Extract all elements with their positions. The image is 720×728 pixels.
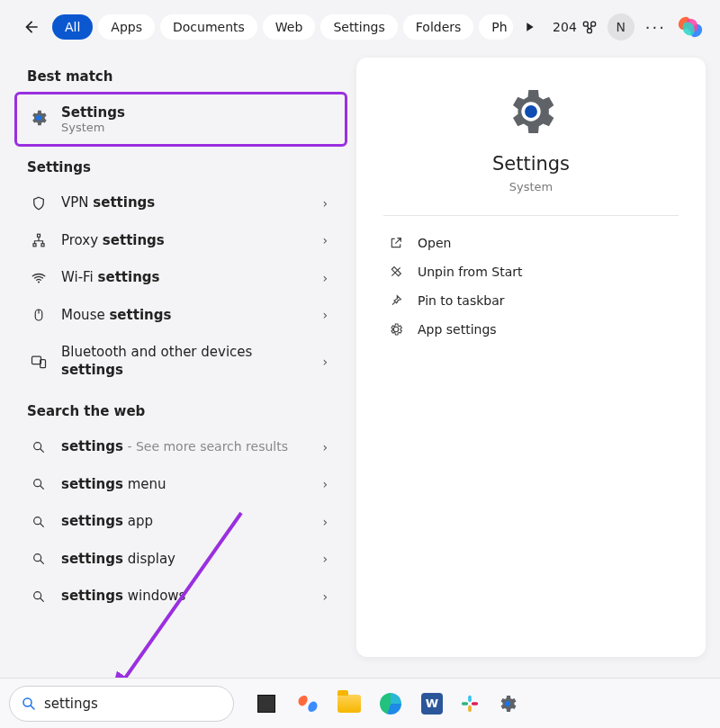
more-options-button[interactable]: ··· — [644, 18, 668, 37]
section-header-web: Search the web — [27, 403, 346, 419]
points-value: 204 — [553, 20, 577, 34]
slack-icon — [460, 694, 480, 714]
taskview-icon — [257, 695, 275, 713]
chevron-right-icon: › — [322, 271, 333, 285]
top-right-controls: 204 N ··· — [553, 13, 704, 40]
folder-icon — [338, 695, 361, 713]
section-header-best-match: Best match — [27, 68, 346, 85]
svg-point-3 — [36, 115, 41, 121]
settings-result-vpn[interactable]: VPN settings › — [16, 184, 346, 222]
result-label: settings menu — [61, 476, 310, 494]
filter-tab-all[interactable]: All — [52, 14, 93, 40]
chevron-right-icon: › — [322, 308, 333, 322]
web-result[interactable]: settings windows › — [16, 578, 346, 616]
svg-point-25 — [23, 698, 32, 706]
taskbar-copilot[interactable] — [293, 689, 322, 718]
filter-tab-photos[interactable]: Ph — [479, 14, 512, 40]
search-icon — [29, 552, 49, 566]
wifi-icon — [29, 270, 49, 286]
gear-icon — [502, 83, 560, 140]
open-icon — [387, 236, 405, 250]
preview-subtitle: System — [509, 180, 553, 193]
result-label: settings windows — [61, 588, 310, 606]
action-pin-taskbar[interactable]: Pin to taskbar — [383, 286, 679, 315]
svg-point-12 — [34, 442, 41, 449]
svg-point-18 — [34, 554, 41, 562]
shield-icon — [29, 195, 49, 211]
taskbar-search[interactable] — [9, 686, 234, 722]
result-label: Wi-Fi settings — [61, 269, 310, 287]
user-avatar[interactable]: N — [608, 13, 634, 40]
pin-icon — [387, 293, 405, 308]
svg-rect-29 — [468, 705, 472, 711]
search-icon — [29, 515, 49, 529]
svg-line-19 — [40, 561, 43, 563]
action-open[interactable]: Open — [383, 229, 679, 257]
svg-point-16 — [34, 517, 41, 524]
svg-line-26 — [31, 706, 34, 709]
chevron-right-icon: › — [322, 440, 333, 454]
copilot-icon[interactable] — [677, 13, 704, 40]
devices-icon — [29, 353, 49, 371]
taskbar-settings[interactable] — [493, 689, 522, 718]
preview-title: Settings — [492, 153, 570, 175]
chevron-right-icon: › — [322, 515, 333, 529]
taskbar-edge[interactable] — [376, 689, 405, 718]
taskbar-taskview[interactable] — [252, 689, 281, 718]
svg-rect-27 — [468, 695, 472, 701]
result-label: settings - See more search results — [61, 438, 310, 456]
search-filter-bar: All Apps Documents Web Settings Folders … — [0, 0, 720, 54]
web-result[interactable]: settings menu › — [16, 466, 346, 504]
best-match-result[interactable]: Settings System — [16, 94, 346, 145]
result-label: Proxy settings — [61, 232, 310, 250]
preview-panel: Settings System Open Unpin from Start Pi… — [356, 58, 706, 657]
settings-result-proxy[interactable]: Proxy settings › — [16, 222, 346, 260]
svg-point-31 — [505, 701, 510, 706]
taskbar-explorer[interactable] — [335, 689, 364, 718]
best-match-subtitle: System — [61, 121, 125, 134]
results-column: Best match Settings System Settings VPN … — [0, 54, 353, 666]
best-match-title: Settings — [61, 104, 125, 121]
settings-result-wifi[interactable]: Wi-Fi settings › — [16, 259, 346, 297]
web-result[interactable]: settings display › — [16, 541, 346, 579]
filter-tab-apps[interactable]: Apps — [98, 14, 155, 40]
proxy-icon — [29, 232, 49, 248]
filter-tab-settings[interactable]: Settings — [320, 14, 397, 40]
chevron-right-icon: › — [322, 589, 333, 604]
gear-icon — [497, 693, 518, 715]
filter-tab-documents[interactable]: Documents — [160, 14, 257, 40]
overflow-play-icon[interactable] — [522, 20, 536, 34]
action-app-settings[interactable]: App settings — [383, 315, 679, 344]
back-button[interactable] — [16, 12, 47, 42]
web-result[interactable]: settings - See more search results › — [16, 428, 346, 466]
search-input[interactable] — [44, 696, 222, 712]
rewards-icon — [580, 18, 598, 36]
svg-rect-4 — [38, 235, 40, 238]
settings-result-bluetooth[interactable]: Bluetooth and other devices settings › — [16, 334, 346, 389]
svg-rect-10 — [32, 356, 41, 364]
taskbar-slack[interactable] — [459, 693, 481, 715]
svg-rect-5 — [33, 244, 36, 247]
taskbar-word[interactable]: W — [418, 689, 446, 718]
svg-line-15 — [40, 486, 43, 489]
unpin-icon — [387, 265, 405, 279]
filter-tab-folders[interactable]: Folders — [403, 14, 474, 40]
chevron-right-icon: › — [322, 552, 333, 566]
word-icon: W — [421, 693, 443, 715]
chevron-right-icon: › — [322, 355, 333, 369]
filter-tab-web[interactable]: Web — [263, 14, 316, 40]
result-label: settings app — [61, 513, 310, 531]
svg-rect-30 — [472, 702, 478, 706]
arrow-left-icon — [22, 18, 40, 36]
result-label: VPN settings — [61, 194, 310, 212]
svg-rect-6 — [41, 244, 44, 247]
settings-result-mouse[interactable]: Mouse settings › — [16, 297, 346, 335]
rewards-points[interactable]: 204 — [553, 18, 598, 36]
svg-rect-28 — [462, 702, 468, 706]
action-unpin-start[interactable]: Unpin from Start — [383, 257, 679, 286]
taskbar: W — [0, 678, 720, 728]
chevron-right-icon: › — [322, 477, 333, 491]
svg-point-7 — [38, 281, 40, 283]
svg-point-2 — [587, 29, 591, 33]
web-result[interactable]: settings app › — [16, 503, 346, 541]
